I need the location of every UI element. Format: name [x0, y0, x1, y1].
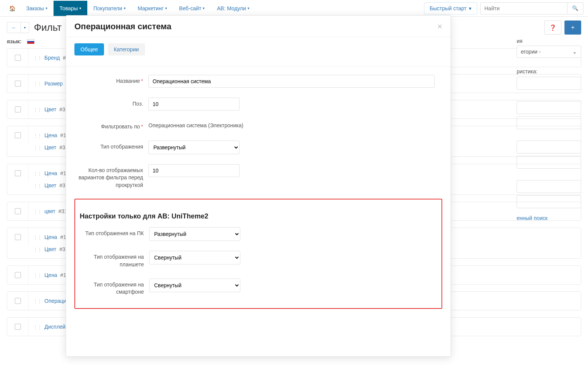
menu-orders[interactable]: Заказы▾: [20, 1, 54, 16]
menu-website[interactable]: Веб-сайт▾: [173, 1, 211, 16]
display-tablet-label: Тип отображения на планшете: [80, 251, 149, 268]
plus-icon: ＋: [570, 24, 576, 30]
display-type-label: Тип отображения: [74, 141, 148, 151]
filter-link[interactable]: Цвет: [44, 144, 56, 150]
unitheme-settings-box: Настройки только для AB: UniTheme2 Тип о…: [74, 199, 442, 308]
filter-link[interactable]: Цвет: [44, 106, 56, 112]
search-button[interactable]: 🔍: [568, 2, 583, 14]
limit-label: Кол-во отображаемых вариантов фильтра пе…: [74, 164, 148, 189]
limit-input[interactable]: [148, 164, 240, 177]
filter-link[interactable]: Дисплей: [44, 324, 66, 330]
filter-link[interactable]: цвет: [44, 208, 55, 214]
menu-customers[interactable]: Покупатели▾: [87, 1, 132, 16]
tab-categories[interactable]: Категории: [108, 43, 145, 55]
char-input-4[interactable]: [517, 141, 581, 153]
list-checkbox[interactable]: [15, 55, 21, 61]
drag-icon[interactable]: ⋮⋮: [33, 247, 41, 252]
filter-link[interactable]: Размер: [44, 81, 63, 87]
filter-link[interactable]: Цена: [44, 132, 57, 138]
list-checkbox[interactable]: [15, 234, 21, 240]
drag-icon[interactable]: ⋮⋮: [33, 81, 41, 87]
search-input[interactable]: [480, 2, 568, 14]
display-tablet-select[interactable]: Свернутый: [149, 251, 240, 264]
list-checkbox[interactable]: [15, 106, 21, 112]
drag-icon[interactable]: ⋮⋮: [33, 234, 41, 240]
char-input-2[interactable]: [517, 101, 581, 114]
unitheme-heading: Настройки только для AB: UniTheme2: [80, 212, 437, 220]
display-pc-label: Тип отображения на ПК: [80, 227, 149, 237]
drag-icon[interactable]: ⋮⋮: [33, 209, 41, 214]
top-nav: 🏠 Заказы▾ Товары▾ Покупатели▾ Маркетинг▾…: [0, 0, 588, 17]
list-checkbox[interactable]: [15, 324, 21, 330]
char-input-3[interactable]: [517, 116, 581, 129]
quick-start-button[interactable]: Быстрый старт▾: [424, 2, 477, 14]
home-icon[interactable]: 🏠: [5, 5, 20, 11]
main-menu: Заказы▾ Товары▾ Покупатели▾ Маркетинг▾ В…: [20, 1, 424, 16]
drag-icon[interactable]: ⋮⋮: [33, 133, 41, 138]
modal-close-button[interactable]: ×: [437, 22, 442, 32]
list-checkbox[interactable]: [15, 132, 21, 138]
flag-ru-icon[interactable]: [27, 39, 35, 44]
filter-link[interactable]: Цена: [44, 170, 57, 176]
caret-icon: ▾: [247, 6, 249, 10]
drag-icon[interactable]: ⋮⋮: [33, 183, 41, 188]
char-input-6[interactable]: [517, 180, 581, 193]
filter-link[interactable]: Цена: [44, 272, 57, 278]
required-icon: *: [141, 78, 143, 84]
caret-icon: ▾: [165, 6, 167, 10]
search-icon: 🔍: [572, 5, 579, 11]
category-select[interactable]: егории -⌄: [517, 46, 581, 58]
filter-by-value: Операционная система (Электроника): [148, 120, 442, 130]
arrow-left-icon: ←: [11, 25, 16, 30]
filter-link[interactable]: Цена: [44, 234, 57, 240]
drag-icon[interactable]: ⋮⋮: [33, 324, 41, 330]
char-input-5[interactable]: [517, 156, 581, 169]
caret-icon: ▾: [469, 5, 471, 11]
drag-icon[interactable]: ⋮⋮: [33, 55, 41, 61]
back-dropdown[interactable]: ▾: [21, 22, 29, 33]
caret-icon: ▾: [79, 6, 81, 10]
caret-icon: ▾: [46, 6, 47, 10]
help-button[interactable]: ❓: [544, 21, 561, 35]
name-label: Название*: [74, 75, 148, 85]
advanced-search-link[interactable]: енный поиск: [517, 215, 581, 221]
chevron-down-icon: ⌄: [572, 49, 577, 55]
lang-label: язык:: [7, 38, 22, 44]
list-checkbox[interactable]: [15, 298, 21, 304]
back-button[interactable]: ←: [7, 22, 21, 33]
filter-link[interactable]: Цвет: [44, 246, 56, 252]
tab-general[interactable]: Общее: [74, 43, 104, 55]
pos-input[interactable]: [148, 98, 240, 111]
close-icon: ×: [437, 22, 442, 31]
filter-link[interactable]: Цвет: [44, 182, 56, 188]
char-input-7[interactable]: [517, 195, 581, 208]
drag-icon[interactable]: ⋮⋮: [33, 145, 41, 150]
drag-icon[interactable]: ⋮⋮: [33, 272, 41, 278]
menu-products[interactable]: Товары▾: [54, 1, 87, 16]
right-sidebar: ия егории -⌄ ристика: енный поиск: [517, 38, 581, 221]
drag-icon[interactable]: ⋮⋮: [33, 298, 41, 304]
pos-label: Поз.: [74, 98, 148, 108]
caret-icon: ▾: [203, 6, 205, 10]
menu-ab-modules[interactable]: AB: Модули▾: [211, 1, 255, 16]
menu-marketing[interactable]: Маркетинг▾: [132, 1, 173, 16]
help-icon: ❓: [549, 24, 556, 31]
filter-edit-modal: Операционная система × Общее Категории Н…: [66, 15, 451, 357]
caret-icon: ▾: [124, 6, 126, 10]
display-type-select[interactable]: Развернутый: [148, 141, 240, 154]
char-input-1[interactable]: [517, 77, 581, 90]
filter-link[interactable]: Бренд: [44, 55, 60, 61]
display-phone-label: Тип отображения на смартфоне: [80, 278, 149, 296]
display-phone-select[interactable]: Свернутый: [149, 278, 240, 292]
list-checkbox[interactable]: [15, 81, 21, 87]
drag-icon[interactable]: ⋮⋮: [33, 171, 41, 176]
page-title: Фильт: [34, 22, 61, 33]
drag-icon[interactable]: ⋮⋮: [33, 107, 41, 112]
display-pc-select[interactable]: Развернутый: [149, 227, 240, 241]
list-checkbox[interactable]: [15, 170, 21, 176]
add-button[interactable]: ＋: [564, 21, 581, 35]
list-checkbox[interactable]: [15, 208, 21, 214]
modal-title: Операционная система: [74, 22, 172, 32]
list-checkbox[interactable]: [15, 272, 21, 278]
name-input[interactable]: [148, 75, 435, 88]
